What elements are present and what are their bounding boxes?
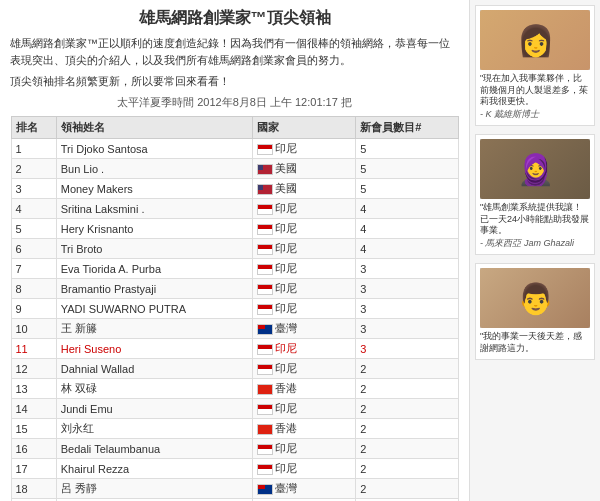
table-row: 6Tri Broto印尼4 [11, 239, 458, 259]
count-cell: 3 [356, 259, 458, 279]
rank-cell: 14 [11, 399, 56, 419]
name-cell: 刘永红 [56, 419, 252, 439]
count-cell: 2 [356, 419, 458, 439]
table-row: 7Eva Tiorida A. Purba印尼3 [11, 259, 458, 279]
testimonial-1-text: "現在加入我事業夥伴，比前幾個月的人製退差多，茱莉我很更快。 [480, 73, 590, 108]
name-cell: 王 新籐 [56, 319, 252, 339]
name-cell: Sritina Laksmini . [56, 199, 252, 219]
rank-cell: 16 [11, 439, 56, 459]
count-cell: 2 [356, 439, 458, 459]
description-text: 雄馬網路創業家™正以順利的速度創造紀錄！因為我們有一個很棒的領袖網絡，恭喜每一位… [10, 35, 459, 68]
name-cell: Heri Suseno [56, 339, 252, 359]
table-row: 3Money Makers美國5 [11, 179, 458, 199]
col-name: 領袖姓名 [56, 117, 252, 139]
country-cell: 印尼 [252, 239, 356, 259]
testimonial-3-text: "我的事業一天後天差，感謝網路這力。 [480, 331, 590, 354]
country-cell: 美國 [252, 159, 356, 179]
name-cell: Dahnial Wallad [56, 359, 252, 379]
page-title: 雄馬網路創業家™頂尖領袖 [10, 8, 459, 29]
name-cell: Hery Krisnanto [56, 219, 252, 239]
leaderboard-table: 排名 領袖姓名 國家 新會員數目# 1Tri Djoko Santosa印尼52… [10, 116, 459, 501]
rank-cell: 18 [11, 479, 56, 499]
testimonial-2-author: - 馬來西亞 Jam Ghazali [480, 237, 590, 250]
count-cell: 2 [356, 479, 458, 499]
country-cell: 香港 [252, 379, 356, 399]
country-cell: 臺灣 [252, 479, 356, 499]
country-cell: 印尼 [252, 299, 356, 319]
country-cell: 美國 [252, 179, 356, 199]
country-cell: 印尼 [252, 339, 356, 359]
country-cell: 臺灣 [252, 319, 356, 339]
count-cell: 4 [356, 199, 458, 219]
table-row: 16Bedali Telaumbanua印尼2 [11, 439, 458, 459]
rank-cell: 11 [11, 339, 56, 359]
table-row: 2Bun Lio .美國5 [11, 159, 458, 179]
country-cell: 印尼 [252, 199, 356, 219]
count-cell: 3 [356, 319, 458, 339]
testimonial-1-img [480, 10, 590, 70]
col-count: 新會員數目# [356, 117, 458, 139]
name-cell: Bramantio Prastyaji [56, 279, 252, 299]
testimonial-2-img [480, 139, 590, 199]
country-cell: 印尼 [252, 219, 356, 239]
table-row: 13林 双碌香港2 [11, 379, 458, 399]
testimonial-2-text: "雄馬創業系統提供我讓！已一天24小時能點助我發展事業。 [480, 202, 590, 237]
count-cell: 3 [356, 279, 458, 299]
rank-cell: 1 [11, 139, 56, 159]
notice-text: 頂尖領袖排名頻繁更新，所以要常回來看看！ [10, 74, 459, 89]
count-cell: 2 [356, 399, 458, 419]
testimonial-2: "雄馬創業系統提供我讓！已一天24小時能點助我發展事業。 - 馬來西亞 Jam … [475, 134, 595, 255]
count-cell: 3 [356, 299, 458, 319]
rank-cell: 5 [11, 219, 56, 239]
name-cell: YADI SUWARNO PUTRA [56, 299, 252, 319]
count-cell: 2 [356, 359, 458, 379]
table-row: 5Hery Krisnanto印尼4 [11, 219, 458, 239]
rank-cell: 2 [11, 159, 56, 179]
table-row: 4Sritina Laksmini .印尼4 [11, 199, 458, 219]
name-cell: Tri Broto [56, 239, 252, 259]
testimonial-1-author: - K 戴維斯博士 [480, 108, 590, 121]
testimonial-3-img [480, 268, 590, 328]
country-cell: 印尼 [252, 279, 356, 299]
table-row: 1Tri Djoko Santosa印尼5 [11, 139, 458, 159]
rank-cell: 7 [11, 259, 56, 279]
col-rank: 排名 [11, 117, 56, 139]
rank-cell: 3 [11, 179, 56, 199]
rank-cell: 9 [11, 299, 56, 319]
rank-cell: 12 [11, 359, 56, 379]
count-cell: 2 [356, 459, 458, 479]
country-cell: 印尼 [252, 439, 356, 459]
count-cell: 5 [356, 159, 458, 179]
table-row: 14Jundi Emu印尼2 [11, 399, 458, 419]
count-cell: 4 [356, 239, 458, 259]
table-row: 12Dahnial Wallad印尼2 [11, 359, 458, 379]
country-cell: 印尼 [252, 459, 356, 479]
rank-cell: 6 [11, 239, 56, 259]
rank-cell: 13 [11, 379, 56, 399]
name-cell: Eva Tiorida A. Purba [56, 259, 252, 279]
name-cell: Tri Djoko Santosa [56, 139, 252, 159]
col-country: 國家 [252, 117, 356, 139]
rank-cell: 8 [11, 279, 56, 299]
count-cell: 3 [356, 339, 458, 359]
table-row: 8Bramantio Prastyaji印尼3 [11, 279, 458, 299]
table-row: 18呂 秀靜臺灣2 [11, 479, 458, 499]
table-header-row: 排名 領袖姓名 國家 新會員數目# [11, 117, 458, 139]
country-cell: 印尼 [252, 259, 356, 279]
testimonial-1: "現在加入我事業夥伴，比前幾個月的人製退差多，茱莉我很更快。 - K 戴維斯博士 [475, 5, 595, 126]
count-cell: 5 [356, 139, 458, 159]
rank-cell: 10 [11, 319, 56, 339]
table-row: 15刘永红香港2 [11, 419, 458, 439]
name-cell: Jundi Emu [56, 399, 252, 419]
name-cell: Money Makers [56, 179, 252, 199]
country-cell: 印尼 [252, 139, 356, 159]
name-cell: Bun Lio . [56, 159, 252, 179]
table-row: 11Heri Suseno印尼3 [11, 339, 458, 359]
rank-cell: 17 [11, 459, 56, 479]
count-cell: 4 [356, 219, 458, 239]
table-row: 17Khairul Rezza印尼2 [11, 459, 458, 479]
table-row: 9YADI SUWARNO PUTRA印尼3 [11, 299, 458, 319]
name-cell: 呂 秀靜 [56, 479, 252, 499]
sidebar: "現在加入我事業夥伴，比前幾個月的人製退差多，茱莉我很更快。 - K 戴維斯博士… [470, 0, 600, 501]
rank-cell: 15 [11, 419, 56, 439]
